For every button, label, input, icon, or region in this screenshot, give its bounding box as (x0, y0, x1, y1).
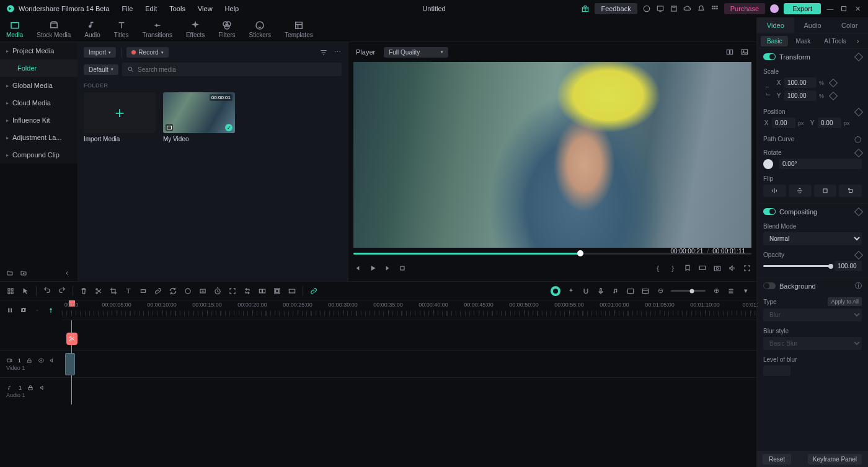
info-icon[interactable]: ⓘ (854, 282, 862, 290)
position-keyframe-icon[interactable] (854, 107, 863, 116)
tl-mask-icon[interactable] (184, 287, 192, 295)
tl-cc-icon[interactable] (288, 287, 296, 295)
tab-media[interactable]: Media (6, 20, 23, 38)
audio-mute-icon[interactable] (39, 384, 46, 391)
quality-dropdown[interactable]: Full Quality▾ (384, 47, 448, 58)
export-button[interactable]: Export (784, 3, 821, 14)
next-frame-icon[interactable] (383, 264, 392, 273)
tl-redo-icon[interactable] (58, 287, 66, 295)
levelblur-input[interactable] (763, 365, 790, 376)
sidebar-compound-clip[interactable]: ▸Compound Clip (0, 146, 78, 164)
bg-type-select[interactable]: Blur (763, 308, 862, 321)
image-icon[interactable] (740, 48, 749, 56)
tl-link-icon[interactable] (154, 287, 162, 295)
fullscreen-icon[interactable] (743, 264, 751, 273)
import-dropdown[interactable]: Import▾ (84, 47, 116, 58)
tl-link2-icon[interactable] (33, 307, 41, 314)
tl-music-icon[interactable] (611, 287, 620, 295)
tl-layout-icon[interactable] (641, 287, 650, 295)
tl-adjust-icon[interactable] (198, 287, 207, 295)
sidebar-adjustment-layers[interactable]: ▸Adjustment La... (0, 129, 78, 146)
collapse-sidebar-icon[interactable] (64, 269, 71, 277)
sidebar-global-media[interactable]: ▸Global Media (0, 77, 78, 94)
apply-all-button[interactable]: Apply to All (828, 297, 862, 306)
menu-file[interactable]: File (122, 5, 133, 12)
maximize-icon[interactable] (839, 4, 848, 13)
volume-icon[interactable] (728, 264, 737, 273)
display-icon[interactable] (698, 264, 707, 273)
transform-toggle[interactable] (763, 53, 776, 60)
rotate-input[interactable] (779, 159, 862, 169)
transform-keyframe-icon[interactable] (854, 52, 863, 61)
tl-overlap-icon[interactable] (20, 307, 27, 314)
rstab-basic[interactable]: Basic (761, 36, 788, 46)
play-icon[interactable] (368, 264, 377, 273)
opacity-input[interactable] (835, 261, 862, 271)
rotate-knob[interactable] (763, 159, 773, 169)
tl-expand-icon[interactable] (228, 287, 237, 295)
link-scale-icon[interactable]: ⌐⌙ (763, 84, 773, 97)
opacity-slider[interactable] (763, 265, 831, 267)
tl-rect-icon[interactable] (139, 287, 148, 295)
more-icon[interactable]: ⋯ (333, 48, 342, 57)
zoom-slider[interactable] (671, 290, 706, 292)
tl-sparkle-icon[interactable] (567, 287, 575, 295)
tl-mic-icon[interactable] (596, 287, 605, 295)
tl-refresh-icon[interactable] (169, 287, 177, 295)
folder-add-icon[interactable] (20, 269, 27, 277)
close-icon[interactable]: ✕ (853, 4, 862, 13)
menu-view[interactable]: View (198, 5, 213, 12)
compositing-toggle[interactable] (763, 208, 776, 215)
scrub-thumb[interactable] (577, 250, 583, 256)
sidebar-project-media[interactable]: ▸Project Media (0, 42, 78, 59)
minimize-icon[interactable]: — (826, 4, 835, 13)
player-viewport[interactable] (353, 62, 751, 248)
import-media-tile[interactable]: + (84, 92, 156, 133)
tl-magnet-icon[interactable] (582, 287, 590, 295)
tab-stickers[interactable]: Stickers (249, 20, 272, 38)
rtab-audio[interactable]: Audio (794, 17, 831, 33)
compare-view-icon[interactable] (725, 48, 734, 56)
pos-x-input[interactable] (772, 118, 795, 128)
track-lock-icon[interactable] (26, 357, 33, 364)
tl-stack-icon[interactable] (273, 287, 281, 295)
timeline-ruler[interactable]: 00:0000:00:05:0000:00:10:0000:00:15:0000… (62, 300, 756, 320)
rtab-video[interactable]: Video (757, 17, 794, 33)
tab-effects[interactable]: Effects (186, 20, 205, 38)
filter-icon[interactable] (319, 48, 328, 57)
avatar[interactable] (770, 4, 779, 13)
tab-filters[interactable]: Filters (218, 20, 235, 38)
tab-stock-media[interactable]: Stock Media (37, 20, 71, 38)
tl-text-icon[interactable] (124, 287, 133, 295)
menu-edit[interactable]: Edit (145, 5, 157, 12)
tl-list-icon[interactable] (727, 287, 735, 295)
tl-group-icon[interactable] (258, 287, 267, 295)
tl-select-icon[interactable] (6, 287, 15, 295)
rotate-keyframe-icon[interactable] (854, 148, 863, 157)
mark-out-icon[interactable]: } (668, 264, 677, 273)
media-clip-tile[interactable]: 00:00:01 ✓ (163, 92, 235, 133)
rstab-aitools[interactable]: AI Tools (818, 36, 852, 46)
track-mute-icon[interactable] (49, 357, 56, 364)
tl-mixer-icon[interactable] (6, 307, 14, 314)
tl-chain-icon[interactable] (309, 287, 318, 295)
folder-open-icon[interactable] (6, 269, 14, 277)
progress-icon[interactable] (642, 4, 651, 13)
tl-scissors-icon[interactable] (94, 287, 103, 295)
audio-lock-icon[interactable] (27, 384, 34, 391)
keyframe-panel-button[interactable]: Keyframe Panel (808, 454, 862, 465)
sort-dropdown[interactable]: Default▾ (84, 64, 118, 75)
reset-button[interactable]: Reset (763, 454, 791, 465)
split-marker-icon[interactable] (66, 333, 78, 345)
flip-v-button[interactable] (789, 185, 812, 197)
record-dropdown[interactable]: Record▾ (126, 47, 168, 58)
search-input[interactable] (122, 63, 342, 76)
sidebar-influence-kit[interactable]: ▸Influence Kit (0, 111, 78, 129)
tl-undo-icon[interactable] (43, 287, 51, 295)
tl-delete-icon[interactable] (79, 287, 88, 295)
gift-icon[interactable] (581, 4, 590, 13)
menu-tools[interactable]: Tools (169, 5, 185, 12)
bell-icon[interactable] (697, 4, 706, 13)
stop-icon[interactable] (398, 264, 407, 273)
zoom-out-icon[interactable]: ⊖ (656, 287, 665, 295)
